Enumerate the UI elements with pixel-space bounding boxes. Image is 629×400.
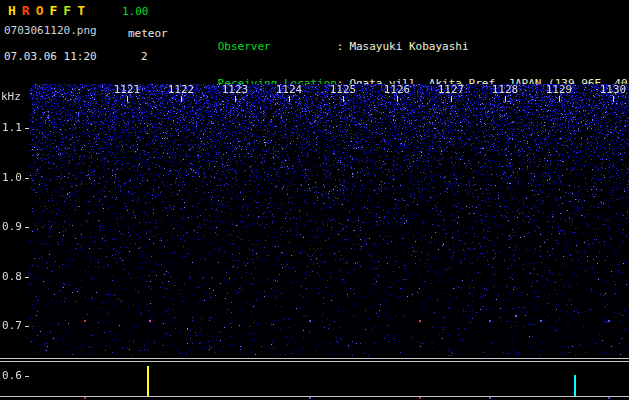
freq-tick-label: 1.0 <box>2 172 22 184</box>
time-tick-label: 1124 <box>276 84 303 96</box>
time-tick-mark <box>127 96 128 102</box>
time-tick-mark <box>559 96 560 102</box>
meteor-echo-dot <box>489 320 491 322</box>
time-tick-label: 1126 <box>384 84 411 96</box>
logo-letter: T <box>77 3 86 18</box>
freq-tick-label: 0.9 <box>2 221 22 233</box>
time-tick-mark <box>181 96 182 102</box>
frequency-axis: 1.11.00.90.80.70.6 <box>0 0 30 400</box>
time-tick-label: 1129 <box>546 84 573 96</box>
time-tick-label: 1128 <box>492 84 519 96</box>
logo-letter: F <box>63 3 72 18</box>
info-value: Masayuki Kobayashi <box>349 40 468 53</box>
time-tick-mark <box>451 96 452 102</box>
time-tick-mark <box>235 96 236 102</box>
freq-tick-mark <box>25 128 29 129</box>
time-tick-mark <box>289 96 290 102</box>
freq-tick-label: 0.6 <box>2 370 22 382</box>
baseline-mark <box>309 397 311 399</box>
baseline-mark <box>84 397 86 399</box>
meteor-echo-dot <box>540 320 542 322</box>
info-row-location: Receiving Location:Ogata-vill. Akita-Pre… <box>178 66 629 79</box>
freq-tick-mark <box>25 227 29 228</box>
freq-tick-label: 0.7 <box>2 320 22 332</box>
logo-letter: F <box>49 3 58 18</box>
time-tick-label: 1122 <box>168 84 195 96</box>
baseline-mark <box>419 397 421 399</box>
signal-spike <box>147 366 149 396</box>
freq-tick-mark <box>25 326 29 327</box>
baseline-mark <box>489 397 491 399</box>
time-tick-label: 1123 <box>222 84 249 96</box>
freq-tick-mark <box>25 178 29 179</box>
signal-spike <box>574 375 576 396</box>
info-colon: : <box>337 40 344 53</box>
info-row-observer: Observer:Masayuki Kobayashi <box>178 29 629 42</box>
freq-tick-mark <box>25 277 29 278</box>
mode-label: meteor <box>128 28 168 40</box>
meteor-echo-dot <box>515 315 517 317</box>
meteor-echo-dot <box>309 320 311 322</box>
time-tick-label: 1121 <box>114 84 141 96</box>
info-label: Observer <box>218 41 337 53</box>
time-tick-label: 1130 <box>600 84 627 96</box>
spectrogram-canvas <box>30 84 629 356</box>
app-version: 1.00 <box>122 6 149 18</box>
meteor-echo-dot <box>149 320 151 322</box>
freq-tick-mark <box>25 376 29 377</box>
logo-letter: O <box>36 3 45 18</box>
frequency-unit-label: kHz <box>1 91 21 103</box>
signal-level-strip <box>0 356 629 400</box>
time-tick-mark <box>613 96 614 102</box>
baseline-mark <box>608 397 610 399</box>
meteor-count: 2 <box>141 51 148 63</box>
time-tick-mark <box>505 96 506 102</box>
time-tick-mark <box>397 96 398 102</box>
meteor-echo-dot <box>419 320 421 322</box>
meteor-echo-dot <box>84 320 86 322</box>
time-axis: 1121112211231124112511261127112811291130 <box>0 84 629 104</box>
time-tick-label: 1127 <box>438 84 465 96</box>
freq-tick-label: 1.1 <box>2 122 22 134</box>
time-tick-mark <box>343 96 344 102</box>
signal-spikes-layer <box>0 356 629 400</box>
meteor-echo-dot <box>608 320 610 322</box>
hrofft-screen: HROFFT 1.00 0703061120.png meteor 07.03.… <box>0 0 629 400</box>
time-tick-label: 1125 <box>330 84 357 96</box>
freq-tick-label: 0.8 <box>2 271 22 283</box>
